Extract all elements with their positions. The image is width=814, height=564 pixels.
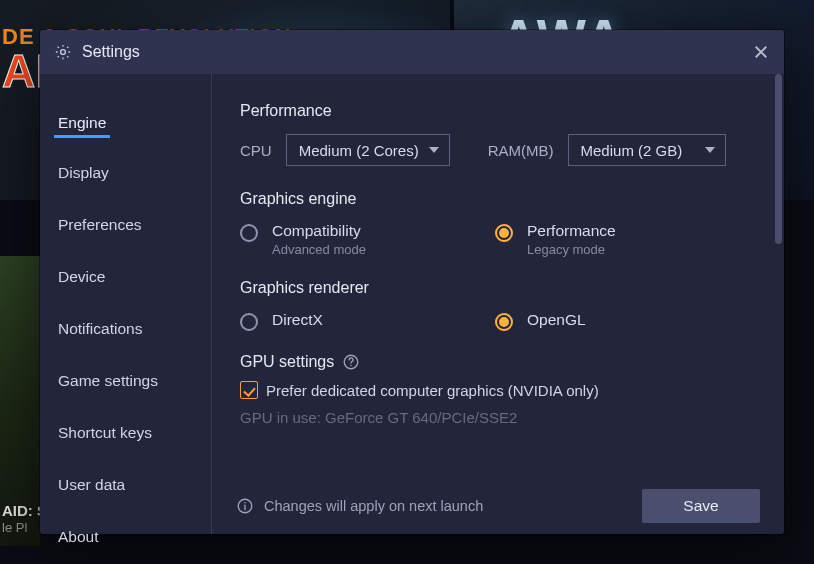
graphics-engine-performance[interactable]: Performance Legacy mode <box>495 222 750 257</box>
gpu-checkbox-label: Prefer dedicated computer graphics (NVID… <box>266 382 599 399</box>
radio-icon <box>240 313 258 331</box>
performance-heading: Performance <box>240 102 756 120</box>
cpu-dropdown-value: Medium (2 Cores) <box>299 142 419 159</box>
graphics-engine-compatibility[interactable]: Compatibility Advanced mode <box>240 222 495 257</box>
scroll-thumb[interactable] <box>775 74 782 244</box>
sidebar-item-preferences[interactable]: Preferences <box>54 208 146 242</box>
save-button-label: Save <box>683 497 718 515</box>
modal-title: Settings <box>82 43 140 61</box>
gpu-prefer-dedicated-checkbox[interactable] <box>240 381 258 399</box>
gpu-settings-heading: GPU settings <box>240 353 334 371</box>
cpu-label: CPU <box>240 142 272 159</box>
graphics-engine-heading: Graphics engine <box>240 190 756 208</box>
bg-tile-3-sub: le Pl <box>2 520 27 535</box>
radio-label: Performance <box>527 222 616 240</box>
radio-icon <box>495 313 513 331</box>
chevron-down-icon <box>705 147 715 153</box>
help-icon[interactable] <box>342 353 360 371</box>
footer-note: Changes will apply on next launch <box>264 498 632 514</box>
cpu-dropdown[interactable]: Medium (2 Cores) <box>286 134 450 166</box>
graphics-renderer-opengl[interactable]: OpenGL <box>495 311 750 331</box>
graphics-renderer-directx[interactable]: DirectX <box>240 311 495 331</box>
modal-titlebar: Settings <box>40 30 784 74</box>
radio-label: DirectX <box>272 311 323 329</box>
ram-dropdown-value: Medium (2 GB) <box>581 142 683 159</box>
gear-icon <box>54 43 72 61</box>
radio-label: Compatibility <box>272 222 366 240</box>
ram-dropdown[interactable]: Medium (2 GB) <box>568 134 726 166</box>
gpu-in-use-text: GPU in use: GeForce GT 640/PCIe/SSE2 <box>240 409 756 426</box>
modal-footer: Changes will apply on next launch Save <box>212 478 784 534</box>
svg-point-0 <box>61 50 66 55</box>
settings-modal: Settings Engine Display Preferences Devi… <box>40 30 784 534</box>
svg-point-4 <box>244 502 246 504</box>
sidebar-item-game-settings[interactable]: Game settings <box>54 364 162 398</box>
chevron-down-icon <box>429 147 439 153</box>
radio-sublabel: Legacy mode <box>527 242 616 257</box>
sidebar-item-about[interactable]: About <box>54 520 103 554</box>
radio-sublabel: Advanced mode <box>272 242 366 257</box>
close-button[interactable] <box>752 43 770 61</box>
sidebar-item-engine[interactable]: Engine <box>54 106 110 138</box>
radio-icon <box>495 224 513 242</box>
sidebar-item-device[interactable]: Device <box>54 260 109 294</box>
sidebar-item-shortcut-keys[interactable]: Shortcut keys <box>54 416 156 450</box>
ram-label: RAM(MB) <box>488 142 554 159</box>
settings-sidebar: Engine Display Preferences Device Notifi… <box>40 74 212 534</box>
save-button[interactable]: Save <box>642 489 760 523</box>
radio-icon <box>240 224 258 242</box>
radio-label: OpenGL <box>527 311 586 329</box>
content-scrollbar[interactable] <box>776 74 783 534</box>
info-icon <box>236 497 254 515</box>
sidebar-item-display[interactable]: Display <box>54 156 113 190</box>
sidebar-item-notifications[interactable]: Notifications <box>54 312 146 346</box>
svg-point-2 <box>351 365 353 367</box>
sidebar-item-user-data[interactable]: User data <box>54 468 129 502</box>
settings-content: Performance CPU Medium (2 Cores) RAM(MB)… <box>212 74 784 534</box>
graphics-renderer-heading: Graphics renderer <box>240 279 756 297</box>
